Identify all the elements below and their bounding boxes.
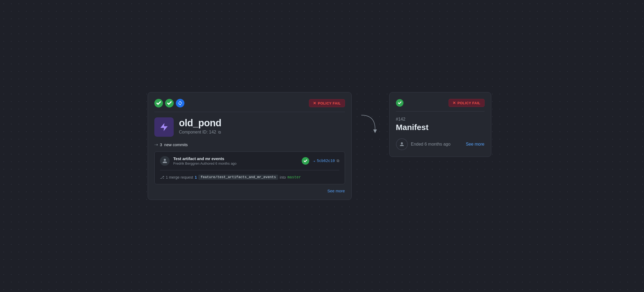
right-status-icon <box>396 99 403 107</box>
copy-id-button[interactable]: ⧉ <box>218 130 221 135</box>
mr-target[interactable]: master <box>288 175 301 179</box>
manifest-title: Manifest <box>396 123 485 132</box>
page-container: ✕ POLICY FAIL old_pond Component ID: 142… <box>148 92 497 200</box>
component-icon <box>154 117 174 137</box>
commits-label: new commits <box>164 142 188 147</box>
status-icon-2 <box>165 99 174 107</box>
component-name: old_pond <box>179 117 221 129</box>
right-card: ✕ POLICY FAIL #142 Manifest Ended 6 mont… <box>389 92 491 157</box>
commit-hash: ⇢ 5cb62c10 ⧉ <box>313 159 339 163</box>
right-policy-fail-label: POLICY FAIL <box>457 101 480 105</box>
policy-fail-badge: ✕ POLICY FAIL <box>309 99 345 107</box>
see-more-link[interactable]: See more <box>327 189 345 193</box>
merge-request-row: ⎇ 1 merge request 1 feature/test_artifac… <box>160 175 339 180</box>
merge-sym: ⇢ <box>313 159 315 163</box>
right-card-header: ✕ POLICY FAIL <box>396 99 485 111</box>
mr-into: into <box>280 175 286 179</box>
mr-icon: ⎇ <box>160 175 164 179</box>
see-more-bottom: See more <box>154 189 345 193</box>
commit-author: Fredrik Berggren Authored 6 months ago <box>173 161 298 165</box>
policy-fail-label: POLICY FAIL <box>318 101 341 105</box>
manifest-see-more-link[interactable]: See more <box>466 142 484 147</box>
arrow-connector <box>352 108 389 140</box>
component-id: Component ID: 142 ⧉ <box>179 130 221 135</box>
status-icon-1 <box>154 99 163 107</box>
commit-avatar <box>160 156 170 166</box>
commit-status-icon <box>302 157 309 165</box>
left-card: ✕ POLICY FAIL old_pond Component ID: 142… <box>148 92 352 200</box>
manifest-meta: Ended 6 months ago See more <box>396 138 485 150</box>
commit-meta: Test artifact and mr events Fredrik Berg… <box>173 156 298 165</box>
card-header: ✕ POLICY FAIL <box>154 99 345 112</box>
commits-row: ⇢ 3 new commits <box>154 142 345 147</box>
commits-count: 3 <box>160 142 162 147</box>
x-icon: ✕ <box>313 101 316 105</box>
manifest-ended: Ended 6 months ago <box>411 142 463 147</box>
commits-merge-icon: ⇢ <box>154 142 158 147</box>
mr-prefix: 1 merge request <box>166 175 193 179</box>
manifest-number: #142 <box>396 117 485 122</box>
mr-branch: feature/test_artifacts_and_mr_events <box>198 175 278 180</box>
commit-title: Test artifact and mr events <box>173 156 298 161</box>
hash-value[interactable]: 5cb62c10 <box>317 159 335 163</box>
svg-point-0 <box>401 142 403 144</box>
right-policy-fail-badge: ✕ POLICY FAIL <box>449 99 485 107</box>
component-details: old_pond Component ID: 142 ⧉ <box>179 117 221 135</box>
status-icons <box>154 99 184 107</box>
right-x-icon: ✕ <box>453 101 456 105</box>
manifest-avatar <box>396 138 408 150</box>
copy-hash-button[interactable]: ⧉ <box>337 159 339 163</box>
commit-item: Test artifact and mr events Fredrik Berg… <box>160 156 339 170</box>
mr-number[interactable]: 1 <box>195 175 197 179</box>
component-info: old_pond Component ID: 142 ⧉ <box>154 117 345 137</box>
status-icon-3 <box>176 99 184 107</box>
commit-card: Test artifact and mr events Fredrik Berg… <box>154 152 345 184</box>
